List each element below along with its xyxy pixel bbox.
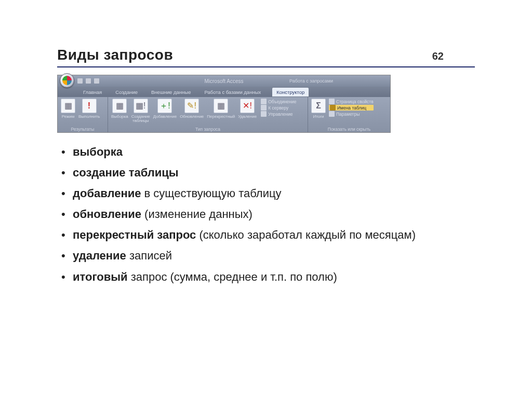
delete-button[interactable]: ✕! Удаление <box>237 99 258 119</box>
list-item: удаление записей <box>71 247 475 265</box>
exclaim-icon: ! <box>82 99 97 113</box>
context-tab-title: Работа с запросами <box>289 78 333 84</box>
append-button[interactable]: ＋! Добавление <box>152 99 178 119</box>
showhide-extra: Страница свойств Имена таблиц Параметры <box>329 99 374 117</box>
querytype-extra: Объединение К серверу Управление <box>261 99 296 117</box>
list-item: перекрестный запрос (сколько заработал к… <box>71 226 475 244</box>
datasheet-icon: ▦ <box>61 99 75 113</box>
page-number: 62 <box>432 50 475 62</box>
propsheet-icon <box>329 99 335 104</box>
tab-home[interactable]: Главная <box>81 88 104 97</box>
datadef-button[interactable]: Управление <box>261 111 296 117</box>
app-title: Microsoft Access <box>204 78 243 84</box>
header: Виды запросов 62 <box>57 47 475 67</box>
quick-access-toolbar[interactable] <box>77 78 99 84</box>
propsheet-button[interactable]: Страница свойств <box>329 99 374 104</box>
params-icon <box>329 111 335 117</box>
maketable-button[interactable]: ▦! Создание таблицы <box>130 99 151 123</box>
delete-icon: ✕! <box>240 99 255 113</box>
qat-save-icon[interactable] <box>77 78 83 84</box>
ribbon-screenshot: Microsoft Access Работа с запросами Глав… <box>57 75 391 133</box>
run-button[interactable]: ! Выполнить <box>77 99 101 119</box>
totals-button[interactable]: Σ Итоги <box>310 99 327 119</box>
qat-undo-icon[interactable] <box>86 78 91 84</box>
tab-design-active[interactable]: Конструктор <box>272 88 309 97</box>
group-querytype-label: Тип запроса <box>110 126 305 132</box>
slide: Виды запросов 62 Microsoft Access Работа… <box>0 0 532 286</box>
office-button-icon[interactable] <box>60 73 74 88</box>
group-querytype: ▦ Выборка ▦! Создание таблицы ＋! Добавле… <box>108 97 308 132</box>
params-button[interactable]: Параметры <box>329 111 374 117</box>
group-results-label: Результаты <box>60 126 105 132</box>
tab-external[interactable]: Внешние данные <box>149 88 193 97</box>
list-item: создание таблицы <box>71 164 475 182</box>
titlebar: Microsoft Access Работа с запросами <box>58 75 390 87</box>
union-button[interactable]: Объединение <box>261 99 296 104</box>
tab-dbtools[interactable]: Работа с базами данных <box>202 88 263 97</box>
crosstab-button[interactable]: ▦ Перекрестный <box>206 99 236 119</box>
qat-redo-icon[interactable] <box>94 78 99 84</box>
list-item: обновление (изменение данных) <box>71 205 475 223</box>
tab-create[interactable]: Создание <box>113 88 140 97</box>
sigma-icon: Σ <box>311 99 326 113</box>
tablenames-button[interactable]: Имена таблиц <box>329 105 374 111</box>
select-icon: ▦ <box>112 99 127 113</box>
group-showhide: Σ Итоги Страница свойств Имена таблиц Па… <box>308 97 390 132</box>
page-title: Виды запросов <box>57 47 173 63</box>
maketable-icon: ▦! <box>134 99 148 113</box>
server-icon <box>261 105 267 111</box>
list-item: добавление в существующую таблицу <box>71 185 475 202</box>
control-icon <box>261 111 267 117</box>
list-item: выборка <box>71 143 475 161</box>
union-icon <box>261 99 267 104</box>
ribbon-tabs: Главная Создание Внешние данные Работа с… <box>58 87 390 97</box>
update-icon: ✎! <box>184 99 199 113</box>
append-icon: ＋! <box>157 99 172 113</box>
crosstab-icon: ▦ <box>214 99 228 113</box>
select-button[interactable]: ▦ Выборка <box>110 99 129 119</box>
mode-button[interactable]: ▦ Режим <box>60 99 76 119</box>
tablenames-icon <box>330 105 336 111</box>
update-button[interactable]: ✎! Обновление <box>179 99 205 119</box>
passthrough-button[interactable]: К серверу <box>261 105 296 111</box>
list-item: итоговый запрос (сумма, среднее и т.п. п… <box>71 268 475 286</box>
bullet-list: выборка создание таблицы добавление в су… <box>57 143 475 286</box>
group-results: ▦ Режим ! Выполнить Результаты <box>58 97 108 132</box>
group-showhide-label: Показать или скрыть <box>310 126 388 132</box>
ribbon-body: ▦ Режим ! Выполнить Результаты ▦ Выборка <box>58 97 390 132</box>
